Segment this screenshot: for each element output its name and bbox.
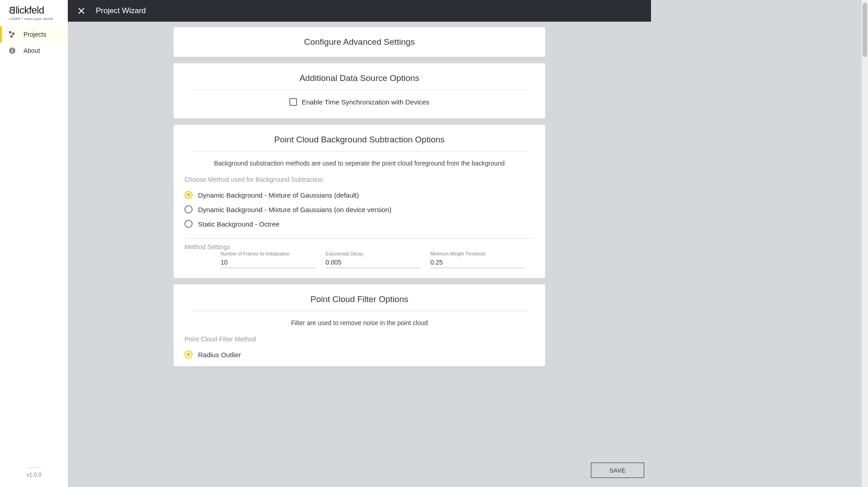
filter-method-group-label: Point Cloud Filter Method	[184, 336, 534, 343]
field-label: Exponential Decay	[326, 251, 420, 257]
card-title: Point Cloud Background Subtraction Optio…	[184, 135, 534, 151]
projects-icon	[8, 30, 16, 38]
card-title: Additional Data Source Options	[184, 73, 534, 90]
radio-label: Dynamic Background - Mixture of Gaussian…	[198, 191, 359, 199]
svg-rect-5	[12, 49, 13, 50]
card-description: Filter are used to remove noise in the p…	[184, 317, 534, 333]
card-advanced-settings: Configure Advanced Settings	[174, 27, 545, 57]
svg-rect-2	[10, 35, 13, 38]
radio-icon	[184, 191, 193, 199]
close-icon	[77, 7, 85, 15]
radio-filter-radius-outlier[interactable]: Radius Outlier	[184, 347, 534, 362]
checkbox-label: Enable Time Synchronization with Devices	[302, 98, 429, 106]
card-description: Background substraction methods are used…	[184, 158, 534, 173]
divider	[191, 151, 527, 151]
card-filter-options: Point Cloud Filter Options Filter are us…	[174, 284, 545, 366]
svg-rect-1	[12, 33, 14, 35]
topbar: Project Wizard	[68, 0, 651, 22]
min-weight-threshold-input[interactable]	[430, 257, 525, 268]
method-settings: Method Settings Number of Frames for Ini…	[184, 238, 534, 268]
radio-icon	[184, 205, 193, 213]
close-button[interactable]	[76, 5, 87, 16]
sidebar-item-label: Projects	[24, 31, 47, 38]
checkbox-icon[interactable]	[289, 98, 297, 106]
sidebar-item-label: About	[24, 47, 40, 54]
time-sync-checkbox-row[interactable]: Enable Time Synchronization with Devices	[184, 96, 534, 109]
card-title: Configure Advanced Settings	[184, 37, 534, 47]
radio-icon	[184, 220, 193, 228]
bg-method-radio-group: Dynamic Background - Mixture of Gaussian…	[184, 188, 534, 231]
radio-bg-static-octree[interactable]: Static Background - Octree	[184, 217, 534, 231]
card-additional-data-source: Additional Data Source Options Enable Ti…	[174, 63, 545, 118]
save-button[interactable]: SAVE	[591, 463, 644, 478]
sidebar: Blickfeld LiDAR / scan your world Projec…	[0, 0, 68, 487]
radio-label: Dynamic Background - Mixture of Gaussian…	[198, 206, 392, 213]
logo: Blickfeld LiDAR / scan your world	[0, 0, 68, 23]
info-icon	[8, 47, 16, 55]
logo-text: Blickfeld	[9, 5, 62, 16]
field-label: Minimum Weight Threshold	[430, 251, 525, 257]
field-label: Number of Frames for Initialization	[221, 251, 316, 257]
field-exponential-decay: Exponential Decay	[326, 251, 420, 268]
radio-bg-dynamic-device[interactable]: Dynamic Background - Mixture of Gaussian…	[184, 202, 534, 217]
filter-method-radio-group: Radius Outlier	[184, 347, 534, 362]
method-group-label: Choose Method used for Background Subtra…	[184, 176, 534, 183]
logo-subtitle: LiDAR / scan your world	[9, 17, 62, 21]
scrollbar-track[interactable]	[862, 0, 868, 487]
divider	[191, 90, 527, 90]
content-scroll[interactable]: Configure Advanced Settings Additional D…	[68, 22, 651, 487]
card-bg-subtraction: Point Cloud Background Subtraction Optio…	[174, 125, 545, 278]
radio-label: Static Background - Octree	[198, 220, 279, 228]
frames-init-input[interactable]	[221, 257, 316, 268]
radio-bg-dynamic-default[interactable]: Dynamic Background - Mixture of Gaussian…	[184, 188, 534, 202]
radio-icon	[184, 350, 193, 359]
radio-label: Radius Outlier	[198, 351, 241, 359]
page-title: Project Wizard	[96, 6, 146, 15]
sidebar-nav: Projects About	[0, 26, 68, 59]
field-min-weight-threshold: Minimum Weight Threshold	[430, 251, 525, 268]
svg-rect-4	[12, 50, 13, 52]
exponential-decay-input[interactable]	[326, 257, 420, 268]
card-title: Point Cloud Filter Options	[184, 294, 534, 311]
svg-rect-0	[9, 31, 11, 33]
field-frames-init: Number of Frames for Initialization	[221, 251, 316, 268]
method-settings-label: Method Settings	[184, 243, 534, 251]
sidebar-item-projects[interactable]: Projects	[0, 26, 68, 43]
version-label: v1.0.0	[0, 462, 68, 487]
sidebar-item-about[interactable]: About	[0, 43, 68, 59]
scrollbar-thumb[interactable]	[863, 3, 867, 57]
divider	[191, 311, 527, 311]
